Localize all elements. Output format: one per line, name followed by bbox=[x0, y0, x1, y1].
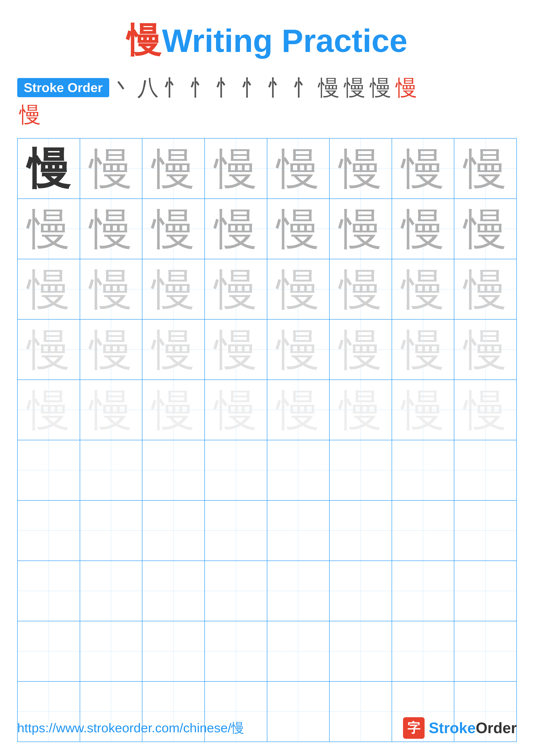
grid-cell-r1c3[interactable]: 慢 bbox=[142, 139, 205, 199]
grid-cell-r8c1[interactable] bbox=[18, 561, 80, 621]
grid-cell-r2c8[interactable]: 慢 bbox=[454, 199, 517, 259]
grid-cell-r4c5[interactable]: 慢 bbox=[267, 320, 330, 380]
grid-cell-r2c4[interactable]: 慢 bbox=[205, 199, 267, 259]
practice-char: 慢 bbox=[214, 207, 257, 251]
grid-cell-r5c1[interactable]: 慢 bbox=[18, 380, 80, 440]
grid-cell-r1c7[interactable]: 慢 bbox=[392, 139, 454, 199]
grid-cell-r4c1[interactable]: 慢 bbox=[18, 320, 80, 380]
practice-char: 慢 bbox=[89, 207, 133, 251]
practice-char: 慢 bbox=[152, 147, 195, 190]
grid-cell-r3c2[interactable]: 慢 bbox=[80, 259, 142, 320]
grid-cell-r4c2[interactable]: 慢 bbox=[80, 320, 142, 380]
grid-cell-r6c3[interactable] bbox=[142, 440, 205, 500]
grid-cell-r6c5[interactable] bbox=[267, 440, 330, 500]
practice-char: 慢 bbox=[401, 147, 445, 190]
grid-cell-r2c2[interactable]: 慢 bbox=[80, 199, 142, 259]
grid-cell-r9c3[interactable] bbox=[142, 621, 205, 682]
grid-cell-r2c6[interactable]: 慢 bbox=[330, 199, 392, 259]
stroke-order-section: Stroke Order 丶 八 忄 忄 忄 忄 忄 忄 慢 慢 慢 慢 慢 bbox=[0, 77, 534, 129]
grid-cell-r3c3[interactable]: 慢 bbox=[142, 259, 205, 320]
grid-cell-r8c7[interactable] bbox=[392, 561, 454, 621]
stroke-2: 八 bbox=[137, 77, 159, 98]
grid-cell-r6c2[interactable] bbox=[80, 440, 142, 500]
grid-cell-r7c8[interactable] bbox=[454, 500, 517, 561]
grid-cell-r6c7[interactable] bbox=[392, 440, 454, 500]
practice-char: 慢 bbox=[89, 328, 133, 371]
grid-cell-r1c4[interactable]: 慢 bbox=[205, 139, 267, 199]
practice-char: 慢 bbox=[464, 268, 507, 311]
grid-cell-r2c1[interactable]: 慢 bbox=[18, 199, 80, 259]
grid-cell-r1c1[interactable]: 慢 bbox=[18, 139, 80, 199]
grid-cell-r7c6[interactable] bbox=[330, 500, 392, 561]
grid-cell-r1c5[interactable]: 慢 bbox=[267, 139, 330, 199]
grid-cell-r8c5[interactable] bbox=[267, 561, 330, 621]
grid-cell-r8c6[interactable] bbox=[330, 561, 392, 621]
footer: https://www.strokeorder.com/chinese/慢 字 … bbox=[17, 717, 517, 739]
grid-cell-r8c2[interactable] bbox=[80, 561, 142, 621]
practice-char: 慢 bbox=[277, 268, 320, 311]
grid-cell-r3c4[interactable]: 慢 bbox=[205, 259, 267, 320]
stroke-4: 忄 bbox=[189, 77, 211, 98]
grid-cell-r1c6[interactable]: 慢 bbox=[330, 139, 392, 199]
stroke-final: 慢 bbox=[17, 100, 517, 129]
grid-cell-r7c2[interactable] bbox=[80, 500, 142, 561]
grid-cell-r8c3[interactable] bbox=[142, 561, 205, 621]
practice-char: 慢 bbox=[339, 147, 382, 190]
grid-cell-r5c7[interactable]: 慢 bbox=[392, 380, 454, 440]
practice-char: 慢 bbox=[152, 207, 195, 251]
footer-url[interactable]: https://www.strokeorder.com/chinese/慢 bbox=[17, 719, 244, 737]
grid-cell-r5c2[interactable]: 慢 bbox=[80, 380, 142, 440]
grid-cell-r1c8[interactable]: 慢 bbox=[454, 139, 517, 199]
practice-char: 慢 bbox=[214, 147, 257, 190]
stroke-1: 丶 bbox=[111, 77, 133, 98]
grid-cell-r4c6[interactable]: 慢 bbox=[330, 320, 392, 380]
grid-cell-r3c6[interactable]: 慢 bbox=[330, 259, 392, 320]
practice-char: 慢 bbox=[277, 147, 320, 190]
grid-cell-r9c4[interactable] bbox=[205, 621, 267, 682]
stroke-8: 忄 bbox=[292, 77, 314, 98]
stroke-3: 忄 bbox=[163, 77, 185, 98]
grid-cell-r7c4[interactable] bbox=[205, 500, 267, 561]
grid-cell-r5c8[interactable]: 慢 bbox=[454, 380, 517, 440]
grid-cell-r4c3[interactable]: 慢 bbox=[142, 320, 205, 380]
practice-char: 慢 bbox=[214, 388, 257, 431]
grid-cell-r9c8[interactable] bbox=[454, 621, 517, 682]
practice-char: 慢 bbox=[277, 388, 320, 431]
grid-cell-r9c1[interactable] bbox=[18, 621, 80, 682]
practice-char: 慢 bbox=[27, 328, 70, 371]
grid-cell-r4c4[interactable]: 慢 bbox=[205, 320, 267, 380]
grid-cell-r6c8[interactable] bbox=[454, 440, 517, 500]
grid-cell-r4c8[interactable]: 慢 bbox=[454, 320, 517, 380]
grid-cell-r7c7[interactable] bbox=[392, 500, 454, 561]
grid-cell-r7c3[interactable] bbox=[142, 500, 205, 561]
practice-char: 慢 bbox=[339, 268, 382, 311]
stroke-6: 忄 bbox=[241, 77, 262, 98]
grid-cell-r5c5[interactable]: 慢 bbox=[267, 380, 330, 440]
grid-cell-r9c6[interactable] bbox=[330, 621, 392, 682]
grid-cell-r5c3[interactable]: 慢 bbox=[142, 380, 205, 440]
grid-cell-r9c5[interactable] bbox=[267, 621, 330, 682]
grid-cell-r7c1[interactable] bbox=[18, 500, 80, 561]
grid-cell-r3c7[interactable]: 慢 bbox=[392, 259, 454, 320]
grid-cell-r5c4[interactable]: 慢 bbox=[205, 380, 267, 440]
grid-cell-r8c8[interactable] bbox=[454, 561, 517, 621]
practice-char: 慢 bbox=[401, 268, 445, 311]
grid-cell-r4c7[interactable]: 慢 bbox=[392, 320, 454, 380]
brand-order: Order bbox=[476, 719, 517, 736]
grid-cell-r9c7[interactable] bbox=[392, 621, 454, 682]
grid-cell-r6c1[interactable] bbox=[18, 440, 80, 500]
grid-cell-r3c1[interactable]: 慢 bbox=[18, 259, 80, 320]
practice-char: 慢 bbox=[401, 207, 445, 251]
grid-cell-r2c5[interactable]: 慢 bbox=[267, 199, 330, 259]
grid-cell-r8c4[interactable] bbox=[205, 561, 267, 621]
grid-cell-r7c5[interactable] bbox=[267, 500, 330, 561]
grid-cell-r3c8[interactable]: 慢 bbox=[454, 259, 517, 320]
grid-cell-r6c6[interactable] bbox=[330, 440, 392, 500]
grid-cell-r9c2[interactable] bbox=[80, 621, 142, 682]
grid-cell-r2c7[interactable]: 慢 bbox=[392, 199, 454, 259]
grid-cell-r5c6[interactable]: 慢 bbox=[330, 380, 392, 440]
grid-cell-r6c4[interactable] bbox=[205, 440, 267, 500]
grid-cell-r1c2[interactable]: 慢 bbox=[80, 139, 142, 199]
grid-cell-r2c3[interactable]: 慢 bbox=[142, 199, 205, 259]
grid-cell-r3c5[interactable]: 慢 bbox=[267, 259, 330, 320]
